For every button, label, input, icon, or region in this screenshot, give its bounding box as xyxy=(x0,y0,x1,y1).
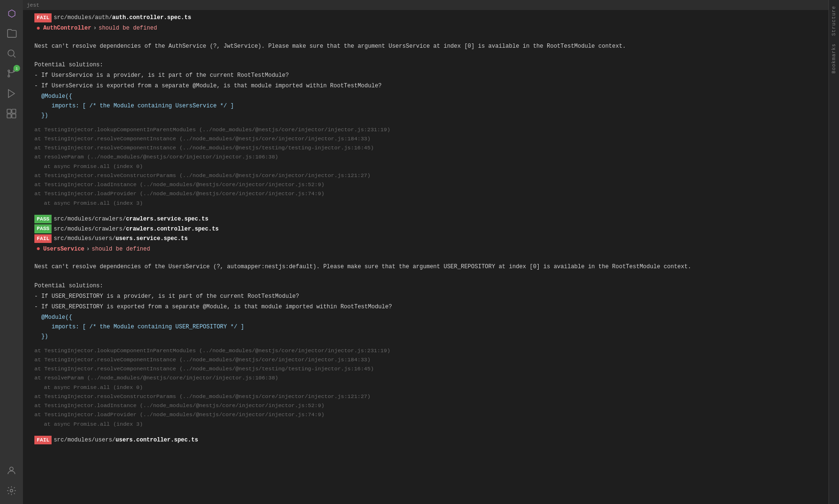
fail2-stack-7: at TestingInjector.loadProvider (../node… xyxy=(34,410,825,419)
fail2-arrow: › xyxy=(86,245,90,253)
fail3-path: src/modules/users/ xyxy=(53,436,116,444)
fail2-suite: UsersService xyxy=(43,245,84,253)
fail2-stack-5: at TestingInjector.resolveConstructorPar… xyxy=(34,392,825,400)
terminal-area: jest FAIL src/modules/auth/auth.controll… xyxy=(23,0,828,504)
fail2-stack-1: at TestingInjector.resolveComponentInsta… xyxy=(34,356,825,364)
fail1-stack-4: at async Promise.all (index 0) xyxy=(34,162,825,170)
pass2-header: PASS src/modules/crawlers/crawlers.contr… xyxy=(34,224,825,233)
fail1-potential-header: Potential solutions: xyxy=(34,61,825,69)
pass1-badge: PASS xyxy=(34,215,52,224)
pass1-filename: crawlers.service.spec.ts xyxy=(126,215,209,223)
svg-point-2 xyxy=(8,75,10,77)
fail1-filename: auth.controller.spec.ts xyxy=(112,13,191,22)
fail2-solution2: - If USER_REPOSITORY is exported from a … xyxy=(34,303,825,311)
jest-label: jest xyxy=(27,2,39,8)
fail1-suite: AuthController xyxy=(43,24,91,32)
right-sidebar: Structure Bookmarks xyxy=(828,0,839,504)
fail1-header: FAIL src/modules/auth/auth.controller.sp… xyxy=(34,13,825,22)
pass2-badge: PASS xyxy=(34,224,52,233)
terminal-output[interactable]: FAIL src/modules/auth/auth.controller.sp… xyxy=(23,10,828,504)
fail3-badge: FAIL xyxy=(34,436,52,445)
fail1-test: should be defined xyxy=(98,24,157,32)
account-icon[interactable] xyxy=(2,461,21,480)
fail2-code3: }) xyxy=(34,332,825,341)
fail1-stack-3: at resolveParam (../node_modules/@nestjs… xyxy=(34,153,825,161)
settings-icon[interactable] xyxy=(2,481,21,500)
fail1-solution2: - If UsersService is exported from a sep… xyxy=(34,82,825,90)
fail2-stack-4: at async Promise.all (index 0) xyxy=(34,383,825,391)
fail1-dot: ● xyxy=(36,23,40,33)
bookmarks-label[interactable]: Bookmarks xyxy=(831,43,837,74)
fail2-test: should be defined xyxy=(92,245,150,253)
svg-rect-5 xyxy=(7,109,11,113)
pass2-filename: crawlers.controller.spec.ts xyxy=(126,225,219,233)
top-bar: jest xyxy=(23,0,828,10)
fail2-stack-3: at resolveParam (../node_modules/@nestjs… xyxy=(34,374,825,382)
fail2-badge: FAIL xyxy=(34,234,52,243)
fail2-test-name-line: ● UsersService › should be defined xyxy=(36,244,825,254)
svg-marker-4 xyxy=(9,90,15,98)
fail1-code2: imports: [ /* the Module containing User… xyxy=(34,102,825,110)
fail1-stack-6: at TestingInjector.loadInstance (../node… xyxy=(34,180,825,189)
fail1-stack-2: at TestingInjector.resolveComponentInsta… xyxy=(34,144,825,152)
svg-point-0 xyxy=(8,50,14,56)
fail1-arrow: › xyxy=(93,24,96,32)
fail1-solution1: - If UsersService is a provider, is it p… xyxy=(34,71,825,80)
fail2-error: Nest can't resolve dependencies of the U… xyxy=(34,262,825,272)
fail1-test-name-line: ● AuthController › should be defined xyxy=(36,23,825,33)
fail2-stack-2: at TestingInjector.resolveComponentInsta… xyxy=(34,365,825,373)
fail1-stack-5: at TestingInjector.resolveConstructorPar… xyxy=(34,171,825,179)
fail1-badge: FAIL xyxy=(34,13,52,22)
extensions-icon[interactable] xyxy=(2,104,21,123)
fail2-code2: imports: [ /* the Module containing USER… xyxy=(34,323,825,331)
fail3-filename: users.controller.spec.ts xyxy=(116,436,198,444)
svg-rect-6 xyxy=(12,109,16,113)
fail2-dot: ● xyxy=(36,244,40,254)
fail2-stack-8: at async Promise.all (index 3) xyxy=(34,420,825,428)
fail2-stack-0: at TestingInjector.lookupComponentInPare… xyxy=(34,346,825,355)
svg-rect-7 xyxy=(7,114,11,118)
source-control-icon[interactable]: 1 xyxy=(2,64,21,83)
explorer-icon[interactable] xyxy=(2,24,21,43)
svg-point-10 xyxy=(10,489,13,492)
structure-label[interactable]: Structure xyxy=(831,6,837,36)
svg-rect-8 xyxy=(12,114,16,118)
fail2-filename: users.service.spec.ts xyxy=(116,234,188,243)
logo-icon: ⬡ xyxy=(2,4,21,23)
run-debug-icon[interactable] xyxy=(2,84,21,103)
activity-icons-bottom xyxy=(2,461,21,504)
pass2-path: src/modules/crawlers/ xyxy=(53,225,126,233)
fail1-stack-0: at TestingInjector.lookupComponentInPare… xyxy=(34,126,825,134)
fail1-code1: @Module({ xyxy=(34,92,825,101)
pass1-header: PASS src/modules/crawlers/crawlers.servi… xyxy=(34,215,825,224)
fail1-path: src/modules/auth/ xyxy=(53,13,112,22)
svg-point-1 xyxy=(8,70,10,72)
activity-bar: ⬡ 1 xyxy=(0,0,23,504)
search-icon[interactable] xyxy=(2,44,21,63)
fail1-stack-1: at TestingInjector.resolveComponentInsta… xyxy=(34,135,825,143)
pass1-path: src/modules/crawlers/ xyxy=(53,215,126,223)
activity-icons-top: ⬡ 1 xyxy=(2,4,21,459)
fail2-path: src/modules/users/ xyxy=(53,234,116,243)
fail1-code3: }) xyxy=(34,111,825,120)
fail1-stack-8: at async Promise.all (index 3) xyxy=(34,199,825,207)
fail2-code1: @Module({ xyxy=(34,313,825,322)
fail3-header: FAIL src/modules/users/users.controller.… xyxy=(34,436,825,445)
fail2-potential-header: Potential solutions: xyxy=(34,282,825,290)
fail2-solution1: - If USER_REPOSITORY is a provider, is i… xyxy=(34,292,825,301)
fail2-stack-6: at TestingInjector.loadInstance (../node… xyxy=(34,401,825,410)
fail1-stack-7: at TestingInjector.loadProvider (../node… xyxy=(34,189,825,198)
fail1-error: Nest can't resolve dependencies of the A… xyxy=(34,42,825,51)
svg-point-9 xyxy=(10,467,13,471)
fail2-header: FAIL src/modules/users/users.service.spe… xyxy=(34,234,825,243)
